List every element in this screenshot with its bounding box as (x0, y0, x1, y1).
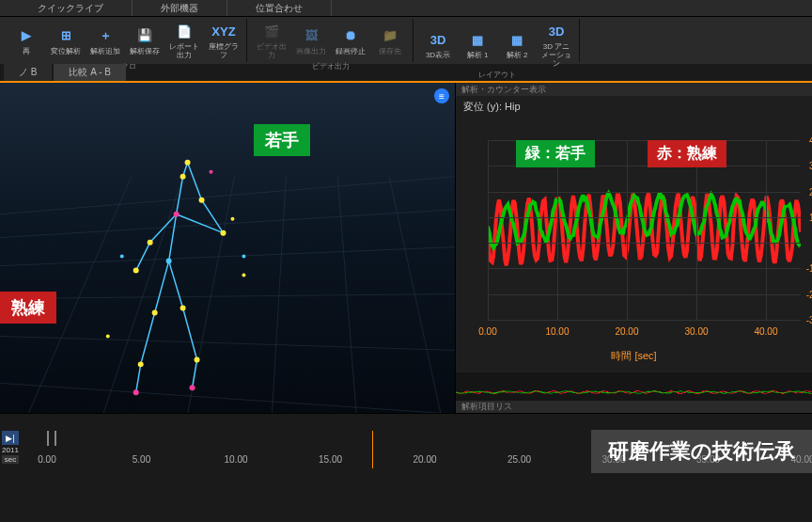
x-tick: 20.00 (615, 326, 638, 337)
menu-tab-quicklive[interactable]: クイックライブ (9, 0, 133, 16)
ribbon-group: ▶再⊞変位解析＋解析追加💾解析保存📄レポート出力XYZ座標グラフマクロ (4, 19, 247, 62)
svg-line-7 (103, 177, 183, 414)
workspace: 若手 熟練 ≡ 解析・カウンター表示 変位 (y): Hip 40.0030.0… (0, 81, 812, 413)
y-tick: -10.00 (806, 263, 812, 274)
svg-line-8 (188, 177, 235, 414)
svg-point-20 (180, 306, 186, 311)
svg-point-19 (133, 268, 139, 274)
io-icon: 🖼 (299, 25, 323, 46)
timeline-unit: sec (2, 455, 19, 464)
svg-point-29 (242, 274, 245, 277)
ribbon-toolbar: ▶再⊞変位解析＋解析追加💾解析保存📄レポート出力XYZ座標グラフマクロ🎬ビデオ出… (0, 17, 812, 64)
ribbon-label: 解析保存 (130, 47, 160, 55)
group-label: レイアウト (419, 70, 575, 81)
ribbon-anim-button[interactable]: 3D3D アニメーション (538, 19, 575, 70)
pane-header-top: 解析・カウンター表示 (456, 83, 812, 96)
ribbon-label: 解析追加 (90, 47, 120, 55)
analysis-pane: 解析・カウンター表示 変位 (y): Hip 40.0030.0020.0010… (456, 83, 812, 413)
ribbon-save-button[interactable]: 💾解析保存 (126, 19, 164, 61)
label-expert: 熟練 (0, 292, 56, 324)
ribbon-report-button[interactable]: 📄レポート出力 (165, 19, 203, 61)
ribbon-rec-button[interactable]: ⏺録画停止 (332, 19, 369, 61)
svg-point-14 (174, 212, 180, 217)
3d-icon: 3D (426, 29, 450, 50)
ribbon-label: 再 (23, 47, 30, 55)
menu-bar: クイックライブ 外部機器 位置合わせ (0, 0, 812, 17)
playhead[interactable] (372, 431, 373, 468)
legend-red: 赤：熟練 (648, 140, 726, 167)
ribbon-3d-button[interactable]: 3D3D表示 (419, 19, 457, 70)
3d-viewport[interactable]: 若手 熟練 ≡ (0, 83, 456, 413)
svg-line-9 (272, 177, 286, 414)
3d-grid (0, 83, 455, 414)
timeline-tick: 0.00 (38, 454, 55, 465)
svg-line-2 (0, 247, 455, 266)
ribbon-xyz-button[interactable]: XYZ座標グラフ (205, 19, 242, 61)
title-banner: 研磨作業の技術伝承 (591, 430, 812, 473)
subtab[interactable]: ノ B (4, 64, 52, 81)
ribbon-label: 解析 1 (467, 51, 489, 59)
svg-point-22 (190, 385, 195, 390)
timeline-tick: 15.00 (319, 454, 342, 465)
pane-header-bottom: 解析項目リス (456, 401, 812, 413)
ribbon-label: 変位解析 (51, 47, 81, 55)
svg-line-1 (0, 210, 455, 238)
menu-tab-external[interactable]: 外部機器 (133, 0, 227, 16)
xyz-icon: XYZ (211, 21, 236, 41)
ribbon-label: レポート出力 (167, 42, 201, 59)
ribbon-label: 録画停止 (336, 47, 366, 55)
a2-icon: ▦ (505, 29, 529, 50)
vo-icon: 🎬 (259, 21, 284, 41)
svg-point-26 (210, 170, 213, 174)
menu-tab-align[interactable]: 位置合わせ (227, 0, 332, 16)
svg-line-3 (0, 294, 455, 299)
viewport-menu-icon[interactable]: ≡ (434, 88, 449, 103)
report-icon: 📄 (172, 21, 196, 41)
ribbon-disp-button[interactable]: ⊞変位解析 (47, 19, 85, 61)
svg-point-28 (120, 255, 124, 259)
ribbon-dst-button[interactable]: 📁保存先 (371, 19, 409, 61)
ribbon-label: 保存先 (379, 47, 401, 55)
svg-point-25 (133, 389, 139, 395)
svg-line-4 (0, 336, 455, 350)
ribbon-group: 🎬ビデオ出力🖼画像出力⏺録画停止📁保存先ビデオ出力 (249, 19, 414, 62)
a1-icon: ▦ (465, 29, 490, 50)
ribbon-label: 3D アニメーション (539, 42, 573, 68)
rec-icon: ⏺ (338, 25, 363, 46)
timeline-tick: 5.00 (133, 454, 150, 465)
svg-line-5 (0, 383, 455, 414)
x-tick: 30.00 (684, 326, 708, 337)
ribbon-label: 3D表示 (426, 51, 450, 59)
chart-xlabel: 時間 [sec] (611, 349, 656, 363)
x-tick: 10.00 (545, 326, 569, 337)
svg-point-16 (199, 198, 205, 203)
ribbon-add-button[interactable]: ＋解析追加 (86, 19, 124, 61)
svg-line-0 (0, 177, 455, 214)
subtab[interactable]: 比較 A - B (54, 64, 125, 81)
ribbon-group: 3D3D表示▦解析 1▦解析 23D3D アニメーションレイアウト (415, 19, 580, 62)
svg-point-15 (166, 259, 172, 264)
ribbon-io-button[interactable]: 🖼画像出力 (292, 19, 330, 61)
y-tick: -20.00 (806, 289, 812, 299)
legend-green: 緑：若手 (516, 140, 595, 167)
mini-chart[interactable] (456, 372, 812, 401)
ribbon-vo-button[interactable]: 🎬ビデオ出力 (253, 19, 290, 61)
svg-point-13 (180, 174, 186, 180)
ribbon-label: 座標グラフ (207, 42, 241, 59)
svg-point-23 (152, 309, 158, 315)
x-tick: 0.00 (478, 326, 496, 337)
chart-area[interactable]: 40.0030.0020.0010.000.00-10.00-20.00-30.… (456, 118, 812, 371)
timeline-tick: 10.00 (224, 454, 247, 465)
ribbon-a1-button[interactable]: ▦解析 1 (459, 19, 496, 70)
ribbon-label: ビデオ出力 (255, 42, 289, 59)
x-tick: 40.00 (754, 326, 777, 337)
timeline-tick: 20.00 (413, 454, 436, 465)
anim-icon: 3D (544, 21, 569, 41)
svg-point-31 (242, 255, 245, 259)
play-next-button[interactable]: ▶| (2, 431, 19, 445)
disp-icon: ⊞ (54, 25, 78, 46)
ribbon-a2-button[interactable]: ▦解析 2 (498, 19, 536, 70)
ribbon-play-button[interactable]: ▶再 (8, 19, 45, 61)
label-young: 若手 (254, 124, 310, 156)
ribbon-label: 解析 2 (507, 51, 528, 59)
